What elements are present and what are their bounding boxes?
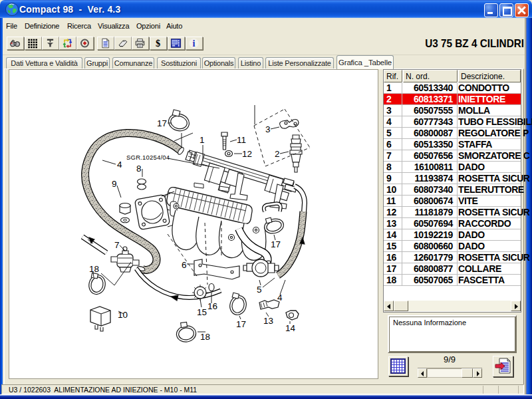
svg-text:2: 2 bbox=[275, 149, 280, 159]
svg-text:4: 4 bbox=[117, 160, 122, 170]
svg-text:8: 8 bbox=[136, 164, 142, 174]
svg-text:1: 1 bbox=[200, 135, 205, 145]
svg-text:4: 4 bbox=[277, 293, 283, 303]
svg-text:12: 12 bbox=[242, 149, 252, 159]
svg-text:SGR.10254/04: SGR.10254/04 bbox=[126, 154, 170, 161]
svg-text:11: 11 bbox=[237, 135, 246, 145]
svg-text:16: 16 bbox=[207, 301, 217, 311]
svg-text:17: 17 bbox=[271, 239, 281, 249]
svg-text:5: 5 bbox=[257, 285, 262, 295]
svg-text:$: $ bbox=[156, 38, 160, 49]
svg-text:3: 3 bbox=[265, 124, 271, 134]
svg-text:13: 13 bbox=[263, 316, 273, 326]
svg-text:15: 15 bbox=[197, 307, 207, 317]
svg-text:10: 10 bbox=[118, 310, 128, 320]
svg-text:6: 6 bbox=[182, 260, 187, 270]
svg-text:14: 14 bbox=[285, 323, 296, 333]
svg-text:9: 9 bbox=[112, 179, 117, 189]
svg-text:18: 18 bbox=[200, 332, 210, 342]
svg-text:17: 17 bbox=[157, 118, 167, 128]
svg-text:7: 7 bbox=[114, 240, 120, 250]
svg-text:i: i bbox=[193, 38, 196, 49]
svg-text:18: 18 bbox=[89, 264, 99, 274]
svg-text:17: 17 bbox=[236, 319, 246, 329]
